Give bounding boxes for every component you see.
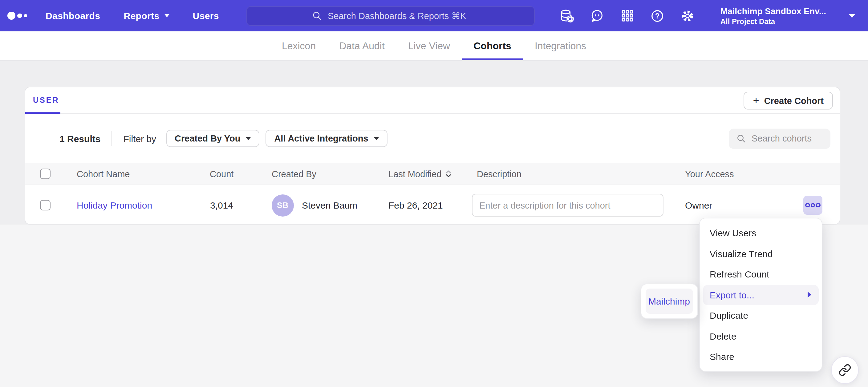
filter-integrations-dropdown[interactable]: All Active Integrations xyxy=(266,130,387,147)
cohort-name-link[interactable]: Holiday Promotion xyxy=(77,200,152,210)
nav-users[interactable]: Users xyxy=(193,10,219,21)
nav-reports[interactable]: Reports xyxy=(124,10,169,21)
dot-icon xyxy=(805,203,810,208)
col-count: Count xyxy=(210,169,233,179)
filter-integrations-label: All Active Integrations xyxy=(274,134,368,143)
topbar-nav: Dashboards Reports Users xyxy=(45,10,219,21)
project-name: Mailchimp Sandbox Env... xyxy=(720,6,826,16)
nav-reports-label: Reports xyxy=(124,10,159,21)
data-management-icon[interactable] xyxy=(560,8,575,23)
chevron-down-icon xyxy=(246,137,251,140)
app-root: Dashboards Reports Users xyxy=(0,0,868,387)
filter-created-by-dropdown[interactable]: Created By You xyxy=(166,130,259,147)
search-icon xyxy=(736,134,746,144)
menu-item-share[interactable]: Share xyxy=(700,346,822,367)
tab-data-audit[interactable]: Data Audit xyxy=(328,31,396,60)
chevron-down-icon xyxy=(164,14,169,17)
topbar-actions: ? Mailchimp Sandbox Env... All Project D… xyxy=(560,6,855,26)
cohort-search[interactable] xyxy=(729,129,830,149)
description-input[interactable] xyxy=(472,194,663,217)
results-count: 1 Results xyxy=(59,133,100,144)
tab-user-cohorts[interactable]: USER xyxy=(33,96,59,105)
feedback-icon[interactable] xyxy=(590,8,604,23)
col-last-modified-label: Last Modified xyxy=(389,169,442,179)
col-cohort-name: Cohort Name xyxy=(77,169,210,179)
search-icon xyxy=(312,10,322,21)
cohorts-panel: USER + Create Cohort 1 Results Filter by… xyxy=(24,87,840,224)
col-created-by: Created By xyxy=(233,169,389,179)
global-search-input[interactable] xyxy=(328,11,469,21)
dot-icon xyxy=(816,203,820,208)
menu-item-export-to-label: Export to... xyxy=(710,290,754,300)
nav-dashboards[interactable]: Dashboards xyxy=(45,10,100,21)
cohort-search-input[interactable] xyxy=(751,134,819,144)
menu-item-view-users[interactable]: View Users xyxy=(700,223,822,243)
dot-icon xyxy=(810,203,815,208)
table-header: Cohort Name Count Created By Last Modifi… xyxy=(25,163,839,185)
access-level: Owner xyxy=(685,200,803,210)
avatar: SB xyxy=(272,194,294,216)
menu-item-visualize-trend[interactable]: Visualize Trend xyxy=(700,243,822,264)
cohort-count: 3,014 xyxy=(210,200,233,210)
export-submenu: Mailchimp xyxy=(640,284,698,319)
menu-item-delete[interactable]: Delete xyxy=(700,326,822,346)
project-switcher[interactable]: Mailchimp Sandbox Env... All Project Dat… xyxy=(720,6,826,26)
project-chevron-down-icon[interactable] xyxy=(849,14,855,17)
tab-integrations[interactable]: Integrations xyxy=(523,31,598,60)
create-cohort-label: Create Cohort xyxy=(764,96,824,106)
row-actions-menu: View Users Visualize Trend Refresh Count… xyxy=(699,218,823,372)
nav-dashboards-label: Dashboards xyxy=(45,10,100,21)
created-by-name: Steven Baum xyxy=(302,200,357,210)
link-icon xyxy=(838,363,851,376)
svg-text:?: ? xyxy=(655,12,660,20)
project-subtitle: All Project Data xyxy=(720,17,826,26)
mixpanel-logo-icon[interactable] xyxy=(7,12,30,20)
chevron-down-icon xyxy=(374,137,379,140)
menu-item-refresh-count[interactable]: Refresh Count xyxy=(700,264,822,285)
sort-icon xyxy=(445,169,452,178)
secondary-nav: Lexicon Data Audit Live View Cohorts Int… xyxy=(0,31,868,61)
tab-cohorts[interactable]: Cohorts xyxy=(462,31,523,60)
col-last-modified[interactable]: Last Modified xyxy=(389,169,477,179)
panel-tabbar: USER + Create Cohort xyxy=(25,87,839,114)
copy-link-button[interactable] xyxy=(831,356,859,384)
last-modified-date: Feb 26, 2021 xyxy=(389,200,477,210)
settings-gear-icon[interactable] xyxy=(680,8,695,23)
create-cohort-button[interactable]: + Create Cohort xyxy=(744,92,833,109)
tab-live-view[interactable]: Live View xyxy=(396,31,462,60)
apps-grid-icon[interactable] xyxy=(620,8,635,23)
col-description: Description xyxy=(477,169,685,179)
topbar: Dashboards Reports Users xyxy=(0,0,868,31)
select-all-checkbox[interactable] xyxy=(40,169,50,179)
submenu-arrow-icon xyxy=(807,292,811,298)
col-your-access: Your Access xyxy=(685,169,803,179)
main-content: USER + Create Cohort 1 Results Filter by… xyxy=(0,61,868,387)
filter-by-label: Filter by xyxy=(123,133,156,144)
menu-item-export-to[interactable]: Export to... xyxy=(703,285,818,305)
tab-lexicon[interactable]: Lexicon xyxy=(270,31,328,60)
row-actions-button[interactable] xyxy=(803,196,822,215)
nav-users-label: Users xyxy=(193,10,219,21)
filter-created-by-label: Created By You xyxy=(175,134,240,143)
row-checkbox[interactable] xyxy=(40,200,50,210)
plus-icon: + xyxy=(753,95,759,106)
filter-row: 1 Results Filter by Created By You All A… xyxy=(25,114,839,163)
help-icon[interactable]: ? xyxy=(650,8,665,23)
menu-item-duplicate[interactable]: Duplicate xyxy=(700,305,822,326)
global-search[interactable] xyxy=(246,6,535,26)
divider xyxy=(112,131,112,146)
submenu-item-mailchimp[interactable]: Mailchimp xyxy=(645,288,693,314)
